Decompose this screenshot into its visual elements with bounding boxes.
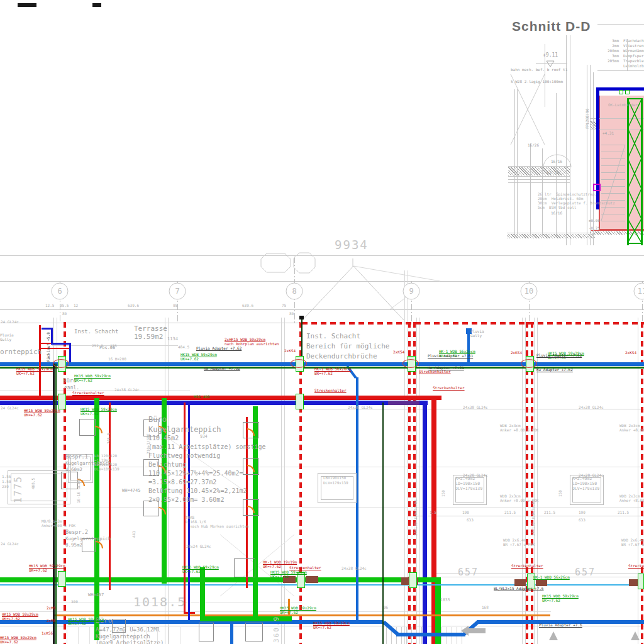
annotation-text: UK=+7.62: [68, 622, 86, 626]
annotation-text: 168: [482, 606, 489, 609]
plan-line: [530, 143, 531, 236]
annotation-text: 5cm BSH tbd soll: [538, 206, 576, 209]
annotation-text: 1775: [14, 475, 24, 503]
legend-thickness: 3mm: [599, 53, 621, 58]
svg-text:11: 11: [638, 287, 644, 296]
annotation-text: Belüftung 110.45×2%=2,21m2: [148, 488, 247, 495]
annotation-text: UK=+7.62: [29, 569, 47, 572]
annotation-text: DLV=109x139: [94, 467, 119, 471]
plan-line: [0, 255, 644, 256]
pipe-run: [188, 402, 190, 620]
annotation-text: Streckenhalter: [314, 389, 347, 392]
pipe-run: [200, 567, 205, 618]
outline-box: [245, 623, 263, 641]
cad-drawing-canvas: Schnitt D-D 3mmFlachdachbahn2mmVliestren…: [0, 0, 644, 644]
plan-line: [597, 70, 644, 71]
annotation-text: 24 GL24c: [1, 406, 19, 410]
annotation-text: 2xKS4: [625, 351, 636, 355]
annotation-text: Pluvia Adapter +7.61: [428, 354, 473, 358]
annotation-text: 745.5: [107, 433, 111, 444]
plan-line: [514, 89, 515, 236]
annotation-text: Bereich für mögliche: [306, 343, 389, 350]
annotation-text: 16 H=200: [108, 357, 126, 361]
plan-line: [627, 39, 628, 70]
damper-arc: [95, 426, 103, 433]
annotation-text: DLV=179x139: [572, 487, 599, 491]
outline-box: [199, 623, 214, 641]
plan-line: [627, 98, 629, 245]
plan-line: [601, 172, 625, 173]
legend-material: Leimholzbinder: [621, 64, 644, 68]
annotation-text: WH=457: [88, 593, 104, 597]
grid-axis-line: [529, 281, 530, 323]
pipe-run: [53, 614, 550, 616]
annotation-text: 2xKS4: [511, 351, 522, 355]
plan-line: [53, 318, 54, 364]
plan-line: [601, 179, 625, 180]
annotation-text: (max9 Arbeitsplätze): [96, 640, 164, 644]
plan-line: [601, 186, 625, 187]
annotation-text: 12: [74, 304, 78, 308]
annotation-text: 96: [384, 606, 388, 609]
annotation-text: Gully: [470, 334, 482, 338]
annotation-text: OK-Leimbinder: [608, 103, 638, 107]
plan-line: [508, 166, 570, 167]
annotation-text: 657: [458, 568, 479, 578]
pipe-run: [0, 396, 441, 400]
legend-thickness: 205mm: [599, 58, 621, 63]
annotation-text: 95.5: [60, 304, 69, 308]
annotation-text: 190: [579, 511, 586, 514]
plan-line: [570, 35, 570, 245]
annotation-text: ornteppich: [0, 348, 42, 356]
annotation-text: 24x120-180x70.06: [414, 499, 418, 536]
annotation-text: 19.59m2: [134, 333, 163, 341]
annotation-text: A=47,72m2 U=36,12Ml: [96, 627, 160, 633]
legend-thickness: 3mm: [599, 38, 621, 43]
pipe-run: [39, 348, 70, 349]
annotation-text: 408.5: [31, 478, 35, 489]
annotation-text: 633: [579, 518, 586, 522]
annotation-text: 24x38 GL24c: [579, 406, 604, 409]
annotation-text: 211.5: [618, 511, 629, 514]
pipe-run: [514, 579, 526, 586]
pipe-run: [629, 579, 638, 586]
annotation-text: 12.5: [45, 304, 54, 308]
annotation-text: 190: [462, 511, 469, 514]
annotation-text: Anker=400 ü FOK: [42, 524, 75, 528]
outline-box: [409, 572, 417, 588]
plan-line: [0, 611, 551, 612]
annotation-text: 2xKS4: [284, 349, 296, 353]
annotation-text: Streckenhalter: [433, 386, 465, 390]
plan-line: [627, 98, 643, 99]
outline-box: [297, 572, 305, 588]
pipe-run: [423, 401, 427, 644]
damper-arc: [96, 541, 103, 548]
annotation-text: MSG 400: [194, 395, 209, 399]
annotation-text: LB=190x150: [323, 476, 346, 480]
plan-line: [536, 63, 567, 64]
annotation-text: 5 W28 2-lagig 100+100mm: [511, 80, 563, 84]
annotation-text: Inst. Schacht: [74, 329, 118, 335]
annotation-text: 80: [289, 312, 294, 316]
annotation-text: Streckenhalter: [72, 391, 104, 395]
fire-compartment-dashed-line: [641, 322, 643, 644]
annotation-text: 28x24 GL24c: [186, 545, 211, 548]
annotation-text: UK=+7.62: [263, 565, 281, 569]
plan-line: [599, 96, 644, 230]
annotation-text: UK=+7.62: [180, 357, 199, 361]
hatch-area: [590, 231, 644, 235]
annotation-text: Gully: [0, 338, 11, 341]
annotation-text: 24x120-180x70.06: [531, 499, 535, 536]
annotation-text: A=2.49m2: [572, 477, 592, 481]
annotation-text: 639.6: [242, 304, 253, 308]
annotation-text: Bespr.2: [65, 530, 88, 535]
annotation-text: UK=+7.62: [16, 372, 35, 375]
outline-box: [58, 571, 66, 587]
annotation-text: nach Hub Marken ausrichten: [190, 525, 249, 528]
annotation-text: 934: [200, 435, 208, 439]
annotation-text: LD=190x150: [572, 482, 597, 486]
legend-material: Dampfsperre: [621, 53, 644, 58]
legend-material: Vliestrennlage: [621, 43, 644, 48]
annotation-text: 484.5: [178, 345, 189, 349]
annotation-text: 210+1/SBE: [147, 433, 150, 454]
